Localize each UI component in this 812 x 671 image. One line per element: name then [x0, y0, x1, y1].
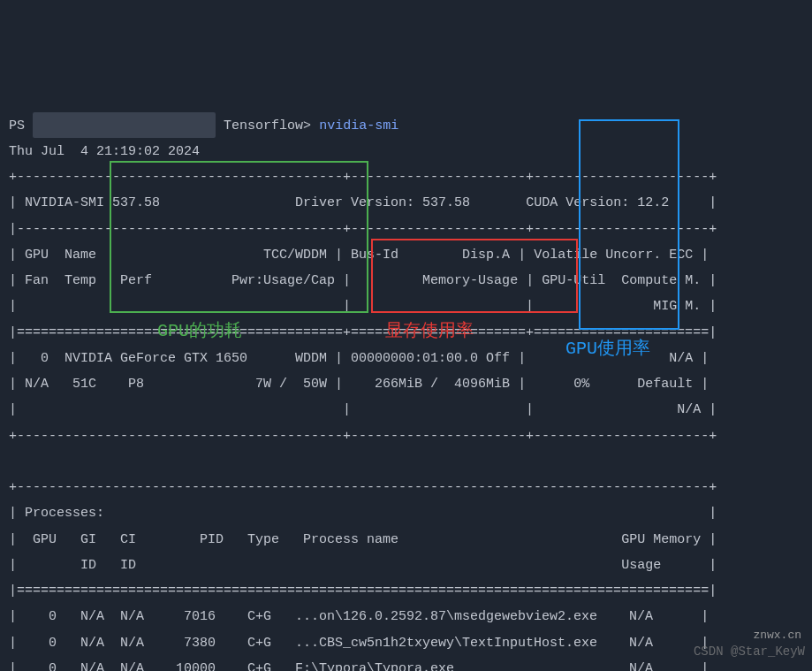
gpu-util: 0%: [573, 377, 589, 392]
cuda-version: CUDA Version: 12.2: [526, 195, 669, 210]
col-header-1c: Volatile Uncorr. ECC: [534, 248, 693, 263]
annotation-label-memory: 显存使用率: [385, 314, 474, 348]
terminal-output: PS Tensorflow> nvidia-smi Thu Jul 4 21:1…: [9, 112, 803, 671]
col-header-2a: Fan Temp Perf Pwr:Usage/Cap: [25, 273, 335, 288]
prompt-ps: PS: [9, 118, 33, 133]
col-header-2b: Memory-Usage: [422, 273, 518, 288]
watermark-csdn: CSDN @Star_KeyW: [694, 640, 805, 664]
col-header-1b: Bus-Id Disp.A: [351, 248, 510, 263]
proc-header-1: GPU GI CI PID Type Process name GPU Memo…: [17, 532, 701, 547]
driver-version: Driver Version: 537.58: [295, 195, 470, 210]
smi-version: NVIDIA-SMI 537.58: [25, 195, 160, 210]
gpu-compute-mode: Default: [637, 377, 693, 392]
gpu-line1-col2: 00000000:01:00.0 Off: [351, 351, 510, 366]
process-rows: | 0 N/A N/A 7016 C+G ...on\126.0.2592.87…: [9, 609, 709, 671]
gpu-line1-col3: N/A: [669, 351, 693, 366]
timestamp-line: Thu Jul 4 21:19:02 2024: [9, 144, 200, 159]
command-text: nvidia-smi: [319, 118, 398, 133]
col-header-1a: GPU Name TCC/WDDM: [25, 248, 327, 263]
gpu-mig: N/A: [677, 402, 701, 417]
gpu-line2-col2: 266MiB / 4096MiB: [375, 377, 510, 392]
col-header-2c: GPU-Util Compute M.: [542, 273, 701, 288]
processes-title: Processes:: [25, 506, 104, 521]
path-suffix: Tensorflow>: [224, 118, 311, 133]
redacted-path: [33, 112, 216, 138]
annotation-label-power: GPU的功耗: [157, 314, 242, 348]
proc-header-2: ID ID Usage: [17, 558, 661, 573]
gpu-line2-col1: N/A 51C P8 7W / 50W: [25, 377, 327, 392]
col-header-3c: MIG M.: [653, 299, 701, 314]
annotation-label-util: GPU使用率: [565, 332, 650, 366]
gpu-line1-col1: 0 NVIDIA GeForce GTX 1650 WDDM: [25, 351, 327, 366]
